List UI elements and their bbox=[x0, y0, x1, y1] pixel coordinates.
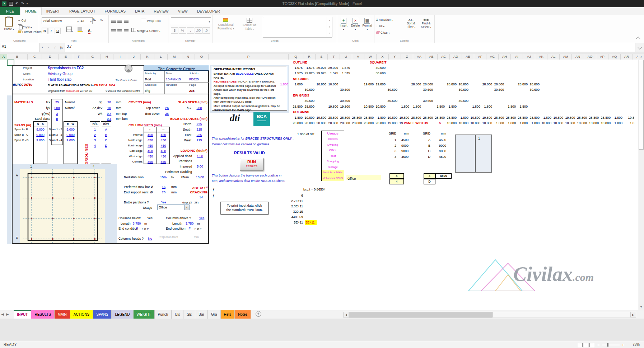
ew-grid-a[interactable]: A bbox=[101, 127, 111, 132]
paste-button[interactable]: Paste ▾ bbox=[3, 17, 15, 31]
insert-cells-button[interactable]: +Insert▾ bbox=[338, 18, 349, 31]
length-below-input[interactable]: 3.750 bbox=[131, 221, 143, 226]
hscroll-left-icon[interactable]: ◀ bbox=[343, 312, 349, 318]
column-header[interactable]: Q bbox=[289, 54, 303, 60]
column-header[interactable]: AL bbox=[547, 54, 560, 60]
colsize-value[interactable]: 450 bbox=[144, 138, 157, 143]
sheet-tab[interactable]: Gra bbox=[208, 310, 221, 319]
page-value[interactable]: 238 bbox=[189, 88, 195, 94]
usage-list-item[interactable]: Shopping bbox=[322, 159, 344, 164]
column-header[interactable]: K bbox=[141, 54, 154, 60]
zoom-slider-track[interactable] bbox=[602, 345, 620, 345]
colsize-value[interactable]: 450 bbox=[157, 149, 170, 154]
column-header[interactable]: L bbox=[154, 54, 168, 60]
usage-list-item[interactable]: Vehicle<= 30kN bbox=[322, 175, 344, 181]
ribbon-tab[interactable]: HOME bbox=[20, 7, 42, 15]
span1-ns-input[interactable]: 9.000 bbox=[33, 127, 47, 132]
sheet-tab[interactable]: ACTIONS bbox=[70, 310, 93, 319]
west-input[interactable]: 225 bbox=[193, 138, 205, 143]
zoom-out-button[interactable]: − bbox=[597, 341, 599, 348]
zoom-level[interactable]: 73% bbox=[627, 341, 640, 348]
column-header[interactable]: E bbox=[59, 54, 73, 60]
column-header[interactable]: U bbox=[340, 54, 352, 60]
usage-list-item[interactable]: Dwelling bbox=[322, 142, 344, 148]
confirm-entry-icon[interactable]: ✓ bbox=[52, 46, 58, 50]
columns-heads-input[interactable]: No bbox=[146, 236, 154, 241]
endsupport-input[interactable]: 20 bbox=[159, 190, 168, 195]
font-size-combo[interactable]: 12▾ bbox=[79, 17, 93, 24]
underline-button[interactable]: U bbox=[55, 28, 61, 34]
worksheet[interactable]: Project Spreadsheets to EC2 Client Advis… bbox=[0, 60, 638, 310]
column-header[interactable]: O bbox=[195, 54, 209, 60]
revision-value[interactable]: - bbox=[169, 88, 171, 94]
usage-list-item[interactable]: Storage bbox=[322, 164, 344, 170]
cut-button[interactable]: ✂ Cut bbox=[18, 19, 26, 22]
ribbon-tab[interactable]: REVIEW bbox=[149, 7, 173, 15]
ns-grid-2[interactable]: 2 bbox=[90, 132, 100, 138]
usage-dropdown-arrow-icon[interactable]: ▼ bbox=[184, 205, 189, 210]
column-header[interactable]: J bbox=[127, 54, 141, 60]
ns-grid-1[interactable]: 1 bbox=[90, 127, 100, 132]
column-header[interactable]: C bbox=[28, 54, 42, 60]
gallery-scroll-strip[interactable]: ▴▾≡ bbox=[327, 17, 332, 37]
cell-styles-gallery[interactable]: ▴▾≡ bbox=[263, 17, 332, 38]
bold-button[interactable]: B bbox=[42, 28, 48, 34]
ribbon-tab[interactable]: PAGE LAYOUT bbox=[65, 7, 100, 15]
name-box[interactable]: A1 bbox=[0, 43, 39, 52]
column-header[interactable]: AM bbox=[560, 54, 572, 60]
number-format-button[interactable]: .0 bbox=[202, 27, 210, 34]
column-header[interactable]: R bbox=[303, 54, 316, 60]
column-header[interactable]: AK bbox=[535, 54, 547, 60]
span3-ew-input[interactable]: 9.000 bbox=[64, 138, 78, 143]
ew-grid-d[interactable]: D bbox=[101, 143, 111, 149]
column-header[interactable]: V bbox=[352, 54, 364, 60]
run-results-button[interactable]: RUN RESULTS bbox=[240, 158, 263, 171]
column-header[interactable]: P bbox=[209, 54, 289, 60]
fill-button[interactable]: ↓ Fill ▾ bbox=[376, 24, 384, 28]
vertical-scrollbar[interactable]: ▲ ▼ bbox=[638, 54, 644, 310]
zoom-in-button[interactable]: + bbox=[622, 341, 624, 348]
select-all-corner[interactable] bbox=[0, 54, 0, 60]
colsize-value[interactable]: 450 bbox=[144, 149, 157, 154]
usage-list-item[interactable]: Roof bbox=[322, 153, 344, 159]
usage-dropdown[interactable]: Office ▼ bbox=[157, 204, 190, 210]
redistribution-input[interactable]: 15% bbox=[158, 175, 169, 180]
ribbon-tab[interactable]: DEVELOPER bbox=[192, 7, 225, 15]
imposed-input[interactable]: 5.00 bbox=[194, 164, 206, 169]
colsize-value[interactable]: 450 bbox=[157, 132, 170, 138]
column-header[interactable]: AA bbox=[413, 54, 425, 60]
insert-function-icon[interactable]: fx bbox=[58, 45, 65, 50]
font-name-combo[interactable]: Arial Narrow▾ bbox=[42, 17, 80, 24]
formula-input[interactable]: 3.7 bbox=[65, 43, 635, 52]
sort-filter-button[interactable]: AZ↓ Sort & Filter ▾ bbox=[404, 18, 418, 29]
ew-grid-b[interactable]: B bbox=[101, 132, 111, 138]
sheet-tab[interactable]: RESULTS bbox=[31, 310, 54, 319]
format-as-table-button[interactable]: Format as Table ▾ bbox=[239, 18, 260, 30]
borders-icon[interactable] bbox=[66, 27, 72, 32]
format-cells-button[interactable]: ▦Format▾ bbox=[362, 18, 373, 31]
column-header[interactable]: AH bbox=[499, 54, 511, 60]
span2-ew-input[interactable]: 9.000 bbox=[64, 132, 78, 138]
column-header[interactable]: Y bbox=[389, 54, 401, 60]
project-value[interactable]: Spreadsheets to EC2 bbox=[48, 65, 84, 71]
wk-top-input[interactable]: 0.4 bbox=[104, 111, 115, 117]
column-header[interactable]: X bbox=[377, 54, 389, 60]
sheet-tab[interactable]: MAIN bbox=[55, 310, 70, 319]
usage-list-item[interactable]: Crowds bbox=[322, 136, 344, 142]
page-break-view-icon[interactable] bbox=[589, 343, 594, 347]
autosum-button[interactable]: Σ AutoSum ▾ bbox=[376, 18, 393, 22]
column-header[interactable]: G bbox=[85, 54, 101, 60]
top-cover-input[interactable]: 26 bbox=[162, 105, 172, 111]
normal-view-icon[interactable] bbox=[578, 343, 583, 347]
ns-grid-4[interactable]: 4 bbox=[90, 143, 100, 149]
sheet-tab[interactable]: Bar bbox=[195, 310, 208, 319]
column-header[interactable]: AR bbox=[621, 54, 633, 60]
column-header[interactable]: AB bbox=[425, 54, 438, 60]
align-middle-icon[interactable] bbox=[117, 20, 122, 23]
wk-btm-input[interactable]: 0.3 bbox=[104, 116, 115, 122]
h-value[interactable]: 288 bbox=[193, 105, 205, 111]
span1-ew-input[interactable]: 9.000 bbox=[64, 127, 78, 132]
usage-list-item[interactable]: Office bbox=[322, 147, 344, 153]
vscroll-thumb[interactable] bbox=[639, 60, 644, 150]
sheet-nav-right-icon[interactable]: ▶ bbox=[5, 310, 10, 319]
